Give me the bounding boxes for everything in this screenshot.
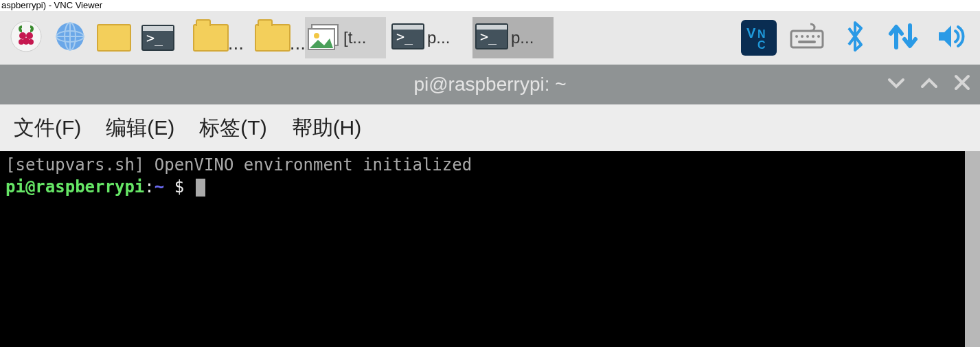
vnc-window-title: aspberrypi) - VNC Viewer [0,0,980,11]
app-label: [t... [343,28,366,47]
app-label: p... [427,28,450,47]
svg-text:N: N [757,28,766,40]
prompt-userhost: pi@raspberrypi [5,177,144,197]
keyboard-tray-button[interactable] [789,20,825,56]
menu-edit[interactable]: 编辑(E) [106,114,174,142]
keyboard-icon [790,23,824,53]
folder-icon: ... [255,24,290,52]
terminal-prompt-line: pi@raspberrypi:~ $ [5,176,959,198]
folder-shortcut-2[interactable]: ... [243,17,302,58]
close-icon [953,73,972,92]
minimize-button[interactable] [887,73,906,97]
prompt-separator: : [144,177,154,197]
terminal-output-line: [setupvars.sh] OpenVINO environment init… [5,154,959,176]
terminal-cursor [196,179,205,197]
network-updown-icon [887,20,920,56]
svg-point-4 [19,39,24,45]
system-tray: V N C [741,20,975,56]
app-label: p... [511,28,534,47]
taskbar-app-terminal-1[interactable]: >_ p... [389,17,470,58]
svg-text:V: V [747,25,756,41]
svg-point-13 [314,33,319,38]
vnc-icon: V N C [744,21,774,54]
terminal-icon: >_ [391,23,424,52]
file-manager-launcher[interactable] [93,17,135,58]
chevron-down-icon [887,73,906,92]
taskbar-app-image-viewer[interactable]: [t... [305,17,386,58]
terminal-launcher[interactable]: >_ [137,17,179,58]
menu-tabs[interactable]: 标签(T) [199,114,266,142]
svg-rect-17 [791,31,823,47]
menu-help[interactable]: 帮助(H) [292,114,362,142]
folders-icon [97,24,131,52]
svg-point-5 [28,39,34,45]
window-titlebar[interactable]: pi@raspberrypi: ~ [0,65,980,104]
terminal-area: [setupvars.sh] OpenVINO environment init… [0,151,980,347]
terminal-icon: >_ [141,25,174,51]
web-browser-launcher[interactable] [49,17,91,58]
taskbar: >_ ... ... [t... >_ p... [0,11,980,65]
folder-icon: ... [193,24,229,52]
prompt-symbol: $ [164,177,194,197]
raspberry-icon [10,20,43,56]
network-tray-button[interactable] [885,20,921,56]
folder-shortcut-1[interactable]: ... [181,17,240,58]
speaker-icon [935,20,968,56]
svg-point-0 [11,21,41,52]
terminal-scrollbar[interactable] [965,151,980,347]
menubar: 文件(F) 编辑(E) 标签(T) 帮助(H) [0,104,980,151]
volume-tray-button[interactable] [933,20,969,56]
bluetooth-tray-button[interactable] [837,20,873,56]
terminal-icon: >_ [475,23,508,52]
svg-text:C: C [757,39,766,51]
chevron-up-icon [920,73,939,92]
window-title: pi@raspberrypi: ~ [413,74,566,96]
start-menu-button[interactable] [5,17,47,58]
scrollbar-thumb[interactable] [965,151,980,347]
globe-icon [54,20,87,56]
close-button[interactable] [953,73,972,97]
vnc-tray-button[interactable]: V N C [741,20,777,56]
taskbar-app-terminal-2[interactable]: >_ p... [472,17,554,58]
maximize-button[interactable] [920,73,939,97]
prompt-path: ~ [155,177,164,197]
window-controls [887,73,972,97]
picture-icon [308,23,341,52]
terminal[interactable]: [setupvars.sh] OpenVINO environment init… [0,151,965,347]
bluetooth-icon [843,20,867,56]
menu-file[interactable]: 文件(F) [14,114,81,142]
